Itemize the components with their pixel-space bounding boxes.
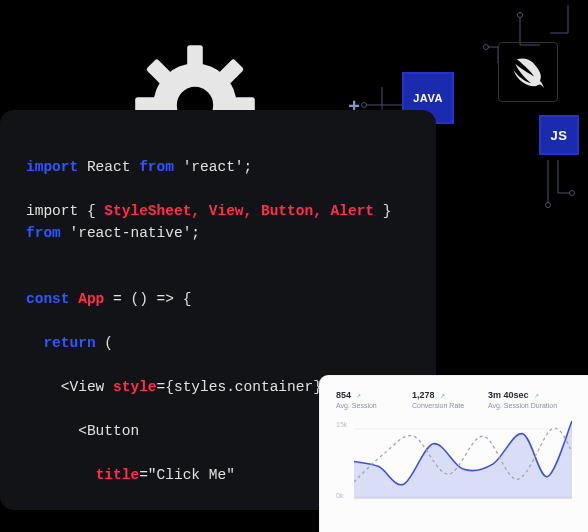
attr-title: title	[26, 467, 139, 483]
y-axis-tick: 15k	[336, 421, 347, 428]
y-axis-tick: 0k	[336, 492, 343, 499]
metric-label: Avg. Session Duration	[488, 402, 557, 409]
metric-avg-session: 854 ↗ Avg. Session	[336, 390, 394, 409]
trend-up-icon: ↗	[533, 392, 539, 399]
svg-point-12	[518, 13, 523, 18]
id-app: App	[70, 291, 105, 307]
svg-rect-1	[187, 45, 203, 66]
metric-label: Conversion Rate	[412, 402, 470, 409]
metric-label: Avg. Session	[336, 402, 394, 409]
metric-value: 3m 40sec	[488, 390, 529, 400]
import-names: StyleSheet, View, Button, Alert	[104, 203, 374, 219]
trend-up-icon: ↗	[439, 392, 445, 399]
line-chart: 15k 0k	[354, 419, 572, 499]
swift-icon	[498, 42, 558, 102]
attr-style: style	[113, 379, 157, 395]
metric-session-duration: 3m 40sec ↗ Avg. Session Duration	[488, 390, 557, 409]
metric-value: 1,278	[412, 390, 435, 400]
svg-point-14	[546, 203, 551, 208]
svg-point-13	[484, 45, 489, 50]
chart-metrics: 854 ↗ Avg. Session 1,278 ↗ Conversion Ra…	[336, 390, 572, 409]
kw-return: return	[26, 335, 96, 351]
kw-from: from	[139, 159, 174, 175]
trend-up-icon: ↗	[355, 392, 361, 399]
badge-js: JS	[539, 115, 579, 155]
kw-from: from	[26, 225, 61, 241]
metric-conversion-rate: 1,278 ↗ Conversion Rate	[412, 390, 470, 409]
kw-const: const	[26, 291, 70, 307]
kw-import: import	[26, 159, 78, 175]
analytics-chart-card: 854 ↗ Avg. Session 1,278 ↗ Conversion Ra…	[320, 376, 588, 532]
svg-point-15	[570, 191, 575, 196]
metric-value: 854	[336, 390, 351, 400]
